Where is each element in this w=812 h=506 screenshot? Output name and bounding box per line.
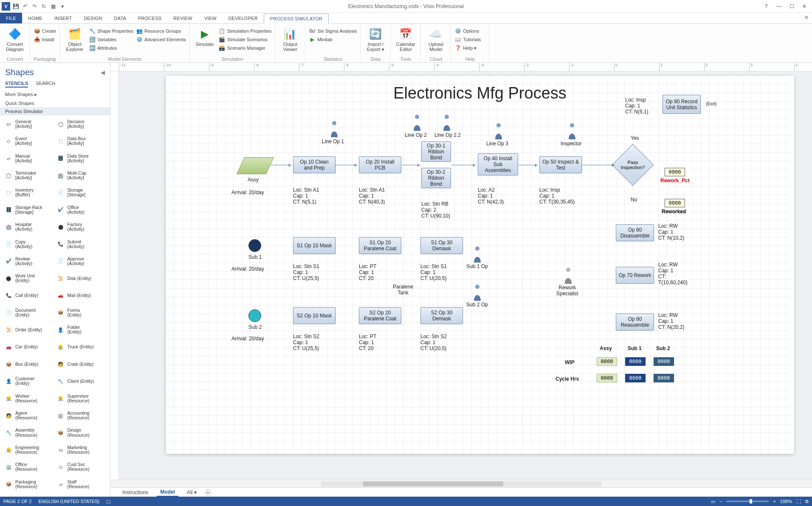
output-viewer-button[interactable]: 📊 Output Viewer [279, 25, 302, 52]
advanced-elements-button[interactable]: ⚙️Advanced Elements [136, 36, 186, 43]
inspector-icon[interactable] [567, 122, 577, 139]
tab-data[interactable]: DATA [108, 13, 133, 23]
shape-properties-button[interactable]: 🔧Shape Properties [89, 27, 133, 35]
calendar-editor-button[interactable]: 📅 Calendar Editor [394, 25, 417, 52]
tab-home[interactable]: HOME [22, 13, 48, 23]
drawing-page[interactable]: Electronics Mfg Process Loc: Insp Cap: 1… [166, 76, 794, 454]
shapes-section-header[interactable]: Process Simulator [0, 107, 110, 115]
help-button[interactable]: ❓Help ▾ [454, 44, 481, 52]
shape-stencil-item[interactable]: 📦Design(Resource) [56, 427, 107, 439]
create-package-button[interactable]: 📦Create [34, 27, 56, 35]
ribbon-collapse-icon[interactable]: ✕ [804, 14, 809, 20]
shape-stencil-item[interactable]: 🧑Crate (Entity) [56, 358, 107, 370]
shape-stencil-item[interactable]: 📄Approve(Activity) [56, 255, 107, 268]
sub1op-icon[interactable] [472, 246, 482, 263]
quick-shapes-link[interactable]: Quick Shapes [0, 99, 110, 107]
rework-specialist-icon[interactable] [563, 267, 573, 284]
tab-insert[interactable]: INSERT [48, 13, 78, 23]
shape-stencil-item[interactable]: 📞Submit(Activity) [56, 238, 107, 251]
add-sheet-icon[interactable]: + [205, 489, 211, 495]
shape-stencil-item[interactable]: ⬤Factory(Activity) [56, 220, 107, 233]
presentation-mode-icon[interactable]: ▭ [711, 499, 715, 504]
shape-stencil-item[interactable]: ⬤Work Unit(Entity) [4, 272, 55, 285]
shape-stencil-item[interactable]: 🏢Office(Resource) [4, 461, 55, 473]
simulate-button[interactable]: ▶ Simulate [193, 25, 216, 47]
simulate-scenarios-button[interactable]: 🎬Simulate Scenarios [219, 36, 272, 43]
shape-stencil-item[interactable]: 👷Truck (Entity) [56, 341, 107, 353]
zoom-slider[interactable] [726, 500, 769, 502]
shape-stencil-item[interactable]: 📄Storage[Storage] [56, 186, 107, 199]
shapes-tab-stencils[interactable]: STENCILS [5, 81, 28, 88]
switch-windows-icon[interactable]: ⧉ [805, 499, 809, 504]
op10-block[interactable]: Op 10 Clean and Prep [293, 156, 336, 173]
shape-stencil-item[interactable]: ⬚Data Box[Activity] [56, 135, 107, 147]
close-icon[interactable]: ✕ [800, 3, 809, 9]
simulation-properties-button[interactable]: 📋Simulation Properties [219, 27, 272, 35]
shape-stencil-item[interactable]: 👷Worker(Resource) [4, 392, 55, 405]
shapes-collapse-icon[interactable]: ◂ [101, 67, 105, 77]
shape-stencil-item[interactable]: 🏢Accounting(Resource) [56, 409, 107, 422]
sheet-model[interactable]: Model [157, 488, 178, 497]
shape-stencil-item[interactable]: 📜Disk (Entity) [56, 272, 107, 285]
shape-stencil-item[interactable]: 👤Folder(Entity) [56, 323, 107, 336]
s1op30-block[interactable]: S1 Op 30 Demask [420, 237, 463, 254]
install-package-button[interactable]: 📥Install [34, 36, 56, 43]
shape-stencil-item[interactable]: ◯Terminator[Activity] [4, 169, 55, 182]
more-shapes-link[interactable]: More Shapes ▸ [0, 90, 110, 99]
shape-stencil-item[interactable]: 🔧Assembly(Resource) [4, 427, 55, 439]
pass-inspection-decision[interactable]: Pass Inspection? [616, 148, 650, 182]
sub2-circle[interactable] [248, 309, 261, 322]
op30-2-block[interactable]: Op 30-2 Ribbon Bond [421, 168, 451, 188]
shape-stencil-item[interactable]: 📞Call (Entity) [4, 289, 55, 302]
shape-stencil-item[interactable]: ✔️Review(Activity) [4, 255, 55, 268]
shape-stencil-item[interactable]: 🚗Mail (Entity) [56, 289, 107, 302]
shape-stencil-item[interactable]: 📦Forms(Entity) [56, 306, 107, 319]
scenario-manager-button[interactable]: 🗃️Scenario Manager [219, 44, 272, 52]
variables-button[interactable]: 🔣Variables [89, 36, 133, 43]
shape-stencil-item[interactable]: 🏥Hospital(Activity) [4, 220, 55, 233]
convert-diagram-button[interactable]: 🔷 Convert Diagram [3, 25, 26, 52]
refresh-icon[interactable]: ↻ [40, 3, 48, 10]
lineop1-icon[interactable] [329, 120, 339, 137]
shape-stencil-item[interactable]: 📦Box (Entity) [4, 358, 55, 370]
s2op30-block[interactable]: S2 Op 30 Demask [420, 307, 463, 324]
tab-process-simulator[interactable]: PROCESS SIMULATOR [264, 14, 329, 24]
op80-block[interactable]: Op 80 Reassemble [616, 314, 654, 331]
shape-stencil-item[interactable]: ◇Event[Activity] [4, 135, 55, 147]
assy-shape[interactable] [237, 157, 274, 174]
shape-stencil-item[interactable]: 👷Supervisor(Resource) [56, 392, 107, 405]
shape-stencil-item[interactable]: ⬚Inventory{Buffer} [4, 186, 55, 199]
help-icon[interactable]: ? [762, 3, 770, 9]
shape-stencil-item[interactable]: ▱Staff(Resource) [56, 478, 107, 491]
shape-stencil-item[interactable]: ◯Decision[Activity] [56, 118, 107, 130]
s1op20-block[interactable]: S1 Op 20 Paralene Coat [359, 237, 401, 254]
shape-stencil-item[interactable]: 🗄️Data Store[Activity] [56, 152, 107, 165]
tab-review[interactable]: REVIEW [167, 13, 198, 23]
op30-1-block[interactable]: Op 30-1 Ribbon Bond [421, 141, 451, 162]
op70-block[interactable]: Op 70 Rework [616, 267, 654, 284]
sheet-all[interactable]: All ▾ [183, 489, 200, 496]
zoom-out-icon[interactable]: − [719, 499, 722, 504]
shape-stencil-item[interactable]: ▱Manual[Activity] [4, 152, 55, 165]
macro-record-icon[interactable]: ▢ [106, 499, 110, 504]
qat-dropdown-icon[interactable]: ▾ [59, 3, 66, 10]
tab-developer[interactable]: DEVELOPER [223, 13, 264, 23]
shape-stencil-item[interactable]: 📦Packaging(Resource) [4, 478, 55, 491]
import-export-button[interactable]: 🔄 Import / Export ▾ [364, 25, 387, 52]
s2op10-block[interactable]: S2 Op 10 Mask [293, 307, 336, 324]
maximize-icon[interactable]: ☐ [787, 3, 796, 9]
s2op20-block[interactable]: S2 Op 20 Paralene Coat [359, 307, 401, 324]
shape-stencil-item[interactable]: 👤Customer(Entity) [4, 375, 55, 387]
minitab-button[interactable]: ▶Minitab [309, 36, 357, 43]
op90-block[interactable]: Op 90 Record Unit Statistics [663, 95, 701, 114]
shape-stencil-item[interactable]: 📜Order (Entity) [4, 323, 55, 336]
resource-groups-button[interactable]: 👥Resource Groups [136, 27, 186, 35]
sub2op-icon[interactable] [472, 284, 482, 301]
horizontal-scrollbar[interactable] [110, 480, 812, 487]
op60-block[interactable]: Op 60 Disassemble [616, 224, 654, 241]
drawing-canvas[interactable]: Electronics Mfg Process Loc: Insp Cap: 1… [119, 71, 812, 480]
six-sigma-button[interactable]: 6σSix Sigma Analysis [309, 27, 357, 35]
shape-stencil-item[interactable]: 📄Document(Entity) [4, 306, 55, 319]
object-explorer-button[interactable]: 🗂️ Object Explorer [63, 25, 86, 52]
options-button[interactable]: ⚙️Options [454, 27, 481, 35]
